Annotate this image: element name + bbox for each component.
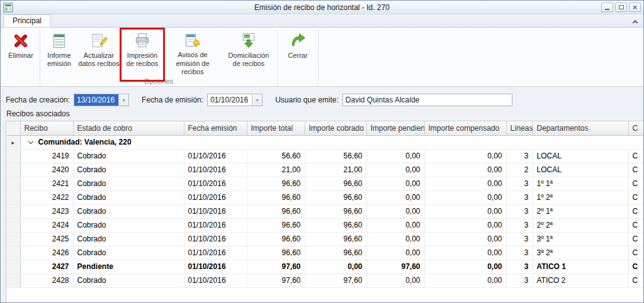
- cell-recibo[interactable]: 2419: [20, 149, 73, 163]
- domiciliacion-button[interactable]: N19 Domiciliación de recibos: [222, 29, 275, 77]
- cell-lineas[interactable]: 3: [506, 218, 533, 232]
- cell-importe-compensado[interactable]: 0,00: [424, 260, 506, 273]
- cell-importe-cobrado[interactable]: 96,60: [305, 177, 366, 190]
- col-lineas[interactable]: Líneas: [506, 121, 533, 135]
- cell-estado[interactable]: Cobrado: [73, 177, 184, 190]
- col-fecha[interactable]: Fecha emisión: [184, 121, 247, 135]
- cell-estado[interactable]: Cobrado: [73, 163, 184, 177]
- cell-recibo[interactable]: 2423: [20, 204, 73, 218]
- cell-importe-cobrado[interactable]: 96,60: [305, 232, 366, 246]
- cell-importe-compensado[interactable]: 0,00: [424, 246, 506, 260]
- cell-estado[interactable]: Cobrado: [73, 149, 184, 163]
- cell-c[interactable]: C: [628, 163, 643, 177]
- cell-c[interactable]: C: [628, 177, 643, 190]
- cell-departamento[interactable]: 2º 2ª: [533, 218, 628, 232]
- col-importe-pendiente[interactable]: Importe pendiente: [366, 121, 424, 135]
- cell-fecha[interactable]: 01/10/2016: [184, 273, 247, 287]
- cell-importe-cobrado[interactable]: 97,60: [305, 273, 366, 287]
- ribbon-collapse-button[interactable]: [633, 21, 637, 25]
- cell-estado[interactable]: Pendiente: [73, 260, 184, 273]
- maximize-button[interactable]: [615, 3, 627, 12]
- cell-importe-pendiente[interactable]: 0,00: [366, 218, 424, 232]
- cell-departamento[interactable]: LOCAL: [533, 163, 628, 177]
- cell-lineas[interactable]: 2: [506, 163, 533, 177]
- cell-recibo[interactable]: 2421: [20, 177, 73, 190]
- col-importe-cobrado[interactable]: Importe cobrado: [305, 121, 366, 135]
- cell-c[interactable]: C: [628, 149, 643, 163]
- fecha-emision-value[interactable]: 01/10/2016: [208, 94, 252, 106]
- cell-departamento[interactable]: 3ª 2ª: [533, 246, 628, 260]
- cell-importe-total[interactable]: 56,60: [247, 149, 305, 163]
- cell-lineas[interactable]: 3: [506, 204, 533, 218]
- cell-importe-cobrado[interactable]: 96,60: [305, 190, 366, 204]
- usuario-value[interactable]: David Quintas Alcalde: [343, 94, 422, 106]
- fecha-emision-field[interactable]: 01/10/2016 ▾: [207, 94, 263, 106]
- table-row[interactable]: 2427 Pendiente 01/10/2016 97,60 0,00 97,…: [6, 260, 643, 273]
- cell-lineas[interactable]: 3: [506, 177, 533, 190]
- cell-importe-total[interactable]: 21,00: [247, 163, 305, 177]
- cell-importe-pendiente[interactable]: 0,00: [366, 149, 424, 163]
- cell-departamento[interactable]: LOCAL: [533, 149, 628, 163]
- cell-estado[interactable]: Cobrado: [73, 218, 184, 232]
- cell-c[interactable]: C: [628, 260, 643, 273]
- cell-lineas[interactable]: 3: [506, 190, 533, 204]
- cell-recibo[interactable]: 2428: [20, 273, 73, 287]
- avisos-emision-button[interactable]: Avisos de emisión de recibos: [163, 29, 222, 77]
- usuario-field[interactable]: David Quintas Alcalde: [342, 94, 512, 106]
- cell-recibo[interactable]: 2424: [20, 218, 73, 232]
- cell-importe-compensado[interactable]: 0,00: [424, 273, 506, 287]
- table-row[interactable]: 2423 Cobrado 01/10/2016 96,60 96,60 0,00…: [6, 204, 643, 218]
- table-row[interactable]: 2422 Cobrado 01/10/2016 96,60 96,60 0,00…: [6, 190, 643, 204]
- cell-importe-total[interactable]: 96,60: [247, 177, 305, 190]
- col-estado[interactable]: Estado de cobro: [73, 121, 184, 135]
- cell-departamento[interactable]: 1º 2ª: [533, 190, 628, 204]
- cell-fecha[interactable]: 01/10/2016: [184, 177, 247, 190]
- cell-lineas[interactable]: 3: [506, 232, 533, 246]
- cell-fecha[interactable]: 01/10/2016: [184, 232, 247, 246]
- cell-importe-compensado[interactable]: 0,00: [424, 204, 506, 218]
- cell-lineas[interactable]: 3: [506, 260, 533, 273]
- cell-importe-total[interactable]: 96,60: [247, 246, 305, 260]
- col-recibo[interactable]: Recibo: [20, 121, 73, 135]
- cell-c[interactable]: C: [628, 190, 643, 204]
- col-departamentos[interactable]: Departamentos: [533, 121, 628, 135]
- cell-importe-pendiente[interactable]: 0,00: [366, 177, 424, 190]
- cell-estado[interactable]: Cobrado: [73, 273, 184, 287]
- cell-fecha[interactable]: 01/10/2016: [184, 149, 247, 163]
- cell-c[interactable]: C: [628, 232, 643, 246]
- title-bar[interactable]: Emisión de recibo de horizontal - Id. 27…: [1, 1, 643, 14]
- cell-importe-compensado[interactable]: 0,00: [424, 149, 506, 163]
- cell-lineas[interactable]: 3: [506, 273, 533, 287]
- cell-estado[interactable]: Cobrado: [73, 204, 184, 218]
- cell-importe-pendiente[interactable]: 0,00: [366, 204, 424, 218]
- cell-fecha[interactable]: 01/10/2016: [184, 218, 247, 232]
- table-row[interactable]: 2426 Cobrado 01/10/2016 96,60 96,60 0,00…: [6, 246, 643, 260]
- eliminar-button[interactable]: Eliminar: [4, 29, 38, 77]
- cell-importe-compensado[interactable]: 0,00: [424, 177, 506, 190]
- cell-lineas[interactable]: 3: [506, 246, 533, 260]
- cell-lineas[interactable]: 3: [506, 149, 533, 163]
- cell-fecha[interactable]: 01/10/2016: [184, 204, 247, 218]
- table-row[interactable]: 2424 Cobrado 01/10/2016 96,60 96,60 0,00…: [6, 218, 643, 232]
- cell-fecha[interactable]: 01/10/2016: [184, 190, 247, 204]
- cell-c[interactable]: C: [628, 204, 643, 218]
- cell-fecha[interactable]: 01/10/2016: [184, 163, 247, 177]
- cell-importe-total[interactable]: 96,60: [247, 204, 305, 218]
- table-row[interactable]: 2428 Cobrado 01/10/2016 97,60 97,60 0,00…: [6, 273, 643, 287]
- fecha-creacion-value[interactable]: 13/10/2016: [74, 94, 118, 106]
- group-row-cell[interactable]: Comunidad: Valencia, 220: [20, 135, 643, 149]
- col-importe-compensado[interactable]: Importe compensado: [424, 121, 506, 135]
- cell-importe-compensado[interactable]: 0,00: [424, 232, 506, 246]
- cell-importe-cobrado[interactable]: 21,00: [305, 163, 366, 177]
- table-row[interactable]: 2421 Cobrado 01/10/2016 96,60 96,60 0,00…: [6, 177, 643, 190]
- cell-recibo[interactable]: 2420: [20, 163, 73, 177]
- cell-estado[interactable]: Cobrado: [73, 232, 184, 246]
- cell-estado[interactable]: Cobrado: [73, 190, 184, 204]
- cell-importe-total[interactable]: 96,60: [247, 218, 305, 232]
- cell-recibo[interactable]: 2427: [20, 260, 73, 273]
- cell-importe-cobrado[interactable]: 96,60: [305, 246, 366, 260]
- cell-fecha[interactable]: 01/10/2016: [184, 260, 247, 273]
- cell-importe-cobrado[interactable]: 96,60: [305, 218, 366, 232]
- cell-importe-compensado[interactable]: 0,00: [424, 218, 506, 232]
- col-importe-total[interactable]: Importe total: [247, 121, 305, 135]
